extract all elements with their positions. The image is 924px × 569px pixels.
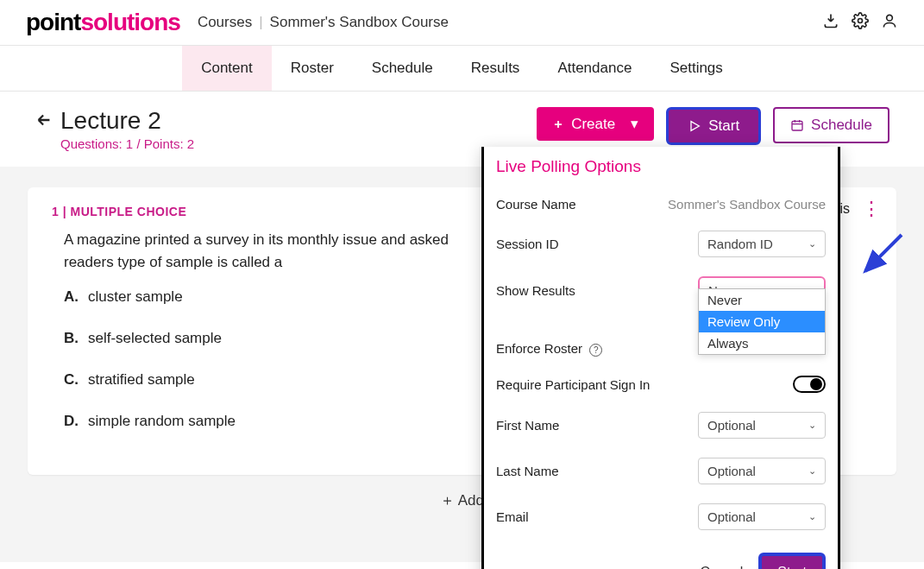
dropdown-option-review-only[interactable]: Review Only [699,311,825,332]
popup-start-button[interactable]: Start [758,553,826,562]
brand-logo: pointsolutions [26,9,180,36]
chevron-down-icon: ⌄ [808,511,816,522]
course-name-value: Sommer's Sandbox Course [668,197,826,212]
schedule-button[interactable]: Schedule [773,107,889,143]
require-signin-toggle[interactable] [793,376,826,393]
breadcrumb-current[interactable]: Sommer's Sandbox Course [270,14,449,31]
last-name-select[interactable]: Optional⌄ [698,458,826,484]
chevron-down-icon: ⌄ [808,465,816,477]
annotation-arrow-icon [857,228,908,280]
session-id-select[interactable]: Random ID ⌄ [698,231,826,257]
user-icon[interactable] [881,12,898,33]
kebab-icon[interactable]: ⋮ [862,205,881,213]
first-name-label: First Name [496,418,698,433]
svg-line-3 [865,235,902,271]
create-button[interactable]: Create ▾ [537,107,654,141]
last-name-label: Last Name [496,464,698,478]
email-select[interactable]: Optional⌄ [698,503,826,530]
svg-point-0 [858,19,863,23]
email-label: Email [496,509,698,524]
breadcrumb: Courses | Sommer's Sandbox Course [198,14,449,31]
start-button[interactable]: Start [666,107,761,145]
tab-attendance[interactable]: Attendance [538,46,651,91]
question-text: A magazine printed a survey in its month… [64,229,495,273]
svg-point-1 [887,15,893,21]
live-polling-popup: Live Polling Options Course Name Sommer'… [481,147,840,562]
first-name-select[interactable]: Optional⌄ [698,412,826,439]
tab-content[interactable]: Content [182,46,272,91]
show-results-dropdown: Never Review Only Always [698,288,826,355]
dropdown-option-never[interactable]: Never [699,289,825,311]
chevron-down-icon: ▾ [631,115,638,133]
require-signin-label: Require Participant Sign In [496,377,793,392]
play-icon [688,119,701,133]
session-id-label: Session ID [496,237,698,251]
gear-icon[interactable] [852,12,869,33]
card-extra-text: is [839,201,850,217]
chevron-down-icon: ⌄ [808,420,816,431]
help-icon[interactable]: ? [589,344,602,357]
plus-icon [552,118,564,130]
download-icon[interactable] [822,12,839,33]
chevron-down-icon: ⌄ [808,238,816,250]
calendar-icon [790,118,804,132]
page-meta: Questions: 1 / Points: 2 [60,136,194,151]
page-title: Lecture 2 [60,107,194,135]
tab-settings[interactable]: Settings [651,46,741,91]
breadcrumb-root[interactable]: Courses [198,14,252,31]
popup-title: Live Polling Options [496,157,826,176]
tab-schedule[interactable]: Schedule [353,46,452,91]
show-results-label: Show Results [496,283,698,298]
dropdown-option-always[interactable]: Always [699,332,825,354]
svg-rect-2 [792,121,802,130]
back-arrow-icon[interactable] [35,111,53,133]
tab-roster[interactable]: Roster [272,46,353,91]
subnav: Content Roster Schedule Results Attendan… [0,46,924,92]
tab-results[interactable]: Results [452,46,539,91]
course-name-label: Course Name [496,197,668,212]
